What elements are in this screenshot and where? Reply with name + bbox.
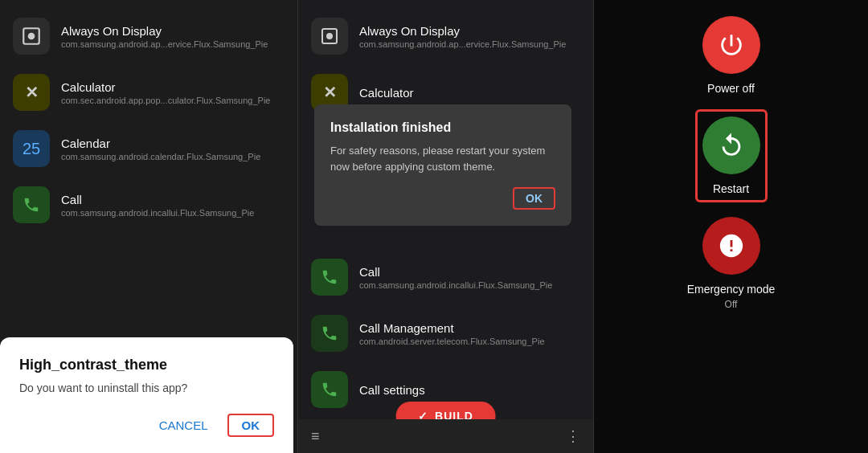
install-dialog-message: For safety reasons, please restart your … xyxy=(330,143,555,174)
app-info: Call com.samsung.android.incallui.Flux.S… xyxy=(359,265,552,290)
app-package: com.samsung.android.calendar.Flux.Samsun… xyxy=(61,152,260,161)
list-item[interactable]: Always On Display com.samsung.android.ap… xyxy=(0,8,297,64)
app-name: Calendar xyxy=(61,137,260,150)
list-item[interactable]: Call Management com.android.server.telec… xyxy=(298,305,593,361)
left-panel: Always On Display com.samsung.android.ap… xyxy=(0,0,297,453)
emergency-label: Emergency mode xyxy=(687,283,776,296)
power-off-circle xyxy=(702,16,760,74)
cancel-button[interactable]: Cancel xyxy=(159,414,208,437)
emergency-circle xyxy=(702,217,760,275)
app-icon-always-on xyxy=(13,18,50,55)
app-package: com.sec.android.app.pop...culator.Flux.S… xyxy=(61,96,270,105)
menu-icon[interactable]: ≡ xyxy=(311,428,320,445)
install-dialog-title: Installation finished xyxy=(330,120,555,135)
app-name: Call settings xyxy=(359,383,425,397)
list-item[interactable]: 25 Calendar com.samsung.android.calendar… xyxy=(0,120,297,177)
app-info: Calendar com.samsung.android.calendar.Fl… xyxy=(61,137,260,161)
list-item[interactable]: Call com.samsung.android.incallui.Flux.S… xyxy=(0,177,297,233)
more-icon[interactable]: ⋮ xyxy=(566,427,580,445)
app-icon-call xyxy=(13,186,50,223)
list-item[interactable]: ✕ Calculator com.sec.android.app.pop...c… xyxy=(0,64,297,120)
power-off-label: Power off xyxy=(707,82,755,95)
app-name: Calculator xyxy=(359,86,414,100)
install-dialog: Installation finished For safety reasons… xyxy=(314,104,571,226)
app-name: Always On Display xyxy=(359,24,566,38)
app-icon-calendar: 25 xyxy=(13,130,50,167)
mid-app-icon-call-mgmt xyxy=(311,315,348,352)
app-name: Call xyxy=(359,265,552,279)
app-info: Always On Display com.samsung.android.ap… xyxy=(61,24,268,49)
app-name: Calculator xyxy=(61,80,270,94)
svg-point-3 xyxy=(326,33,333,39)
app-package: com.android.server.telecom.Flux.Samsung_… xyxy=(359,337,545,346)
app-info: Call settings xyxy=(359,383,425,397)
app-info: Always On Display com.samsung.android.ap… xyxy=(359,24,566,49)
app-name: Call Management xyxy=(359,321,545,335)
mid-app-icon-call-settings xyxy=(311,371,348,408)
right-panel: Power off Restart Emergency mode Off xyxy=(593,0,868,453)
left-app-list: Always On Display com.samsung.android.ap… xyxy=(0,0,297,241)
dialog-message: Do you want to uninstall this app? xyxy=(19,382,274,394)
bottom-bar: ≡ ⋮ xyxy=(298,419,593,453)
svg-point-1 xyxy=(28,33,35,40)
app-info: Call com.samsung.android.incallui.Flux.S… xyxy=(61,193,254,218)
restart-label: Restart xyxy=(713,182,749,195)
install-ok-button[interactable]: OK xyxy=(513,187,555,210)
list-item[interactable]: Call com.samsung.android.incallui.Flux.S… xyxy=(298,249,593,305)
ok-button[interactable]: OK xyxy=(227,414,275,437)
app-package: com.samsung.android.incallui.Flux.Samsun… xyxy=(61,208,254,218)
power-off-option[interactable]: Power off xyxy=(702,16,760,95)
uninstall-dialog: High_contrast_theme Do you want to unins… xyxy=(0,337,293,453)
restart-circle xyxy=(702,116,760,174)
app-info: Call Management com.android.server.telec… xyxy=(359,321,545,346)
app-package: com.samsung.android.incallui.Flux.Samsun… xyxy=(359,280,552,290)
app-name: Always On Display xyxy=(61,24,268,38)
middle-panel: Always On Display com.samsung.android.ap… xyxy=(297,0,593,453)
mid-app-icon-call xyxy=(311,259,348,296)
app-name: Call xyxy=(61,193,254,206)
mid-app-icon-always-on xyxy=(311,18,348,55)
list-item[interactable]: Always On Display com.samsung.android.ap… xyxy=(298,8,593,64)
app-info: Calculator xyxy=(359,86,414,100)
dialog-buttons: Cancel OK xyxy=(19,414,274,437)
app-info: Calculator com.sec.android.app.pop...cul… xyxy=(61,80,270,105)
dialog-title: High_contrast_theme xyxy=(19,357,274,373)
emergency-sublabel: Off xyxy=(725,299,738,310)
middle-app-list: Always On Display com.samsung.android.ap… xyxy=(298,0,593,426)
app-package: com.samsung.android.ap...ervice.Flux.Sam… xyxy=(61,39,268,49)
restart-option[interactable]: Restart xyxy=(695,109,768,202)
app-icon-calculator: ✕ xyxy=(13,74,50,111)
app-package: com.samsung.android.ap...ervice.Flux.Sam… xyxy=(359,39,566,49)
emergency-mode-option[interactable]: Emergency mode Off xyxy=(687,217,776,310)
